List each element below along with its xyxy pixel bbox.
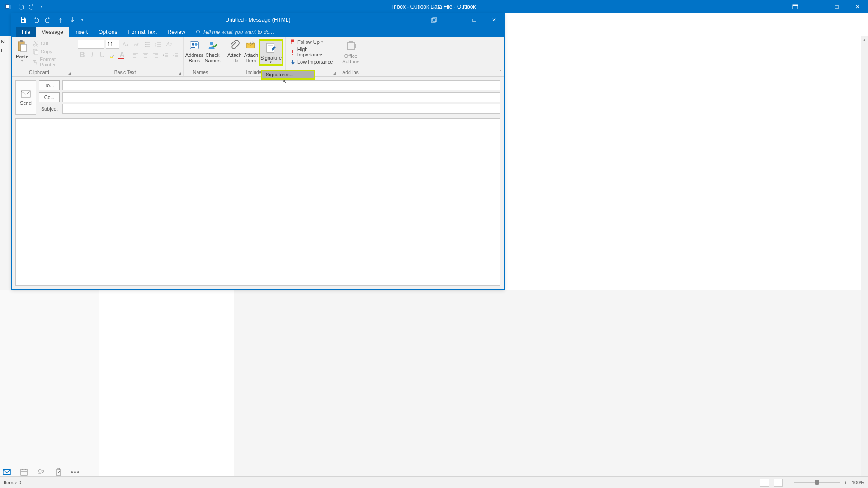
- nav-mail-icon[interactable]: [3, 468, 11, 476]
- redo-icon[interactable]: [45, 17, 52, 23]
- office-addins-button[interactable]: Office Add-ins: [340, 39, 362, 64]
- save-icon[interactable]: [20, 17, 26, 23]
- clipboard-launcher-icon[interactable]: ◢: [66, 70, 72, 76]
- font-size-input[interactable]: [106, 40, 119, 49]
- tab-options[interactable]: Options: [93, 27, 123, 37]
- format-painter-button: Format Painter: [31, 56, 71, 68]
- underline-button[interactable]: U: [98, 51, 107, 60]
- group-basic-text: A▴ A▾ 123 A◇ B I U A: [73, 37, 184, 76]
- bold-button[interactable]: B: [78, 51, 87, 60]
- format-painter-label: Format Painter: [40, 56, 69, 67]
- signature-button[interactable]: Signature ▾: [259, 39, 283, 66]
- nav-tasks-icon[interactable]: [54, 468, 62, 476]
- main-redo-icon[interactable]: [29, 4, 35, 10]
- address-book-button[interactable]: Address Book: [185, 39, 203, 63]
- align-right-icon[interactable]: [151, 51, 160, 60]
- copy-button: Copy: [31, 48, 71, 55]
- send-button[interactable]: Send: [15, 80, 36, 115]
- view-normal-button[interactable]: [760, 479, 769, 487]
- subject-label: Subject: [39, 106, 60, 112]
- outlook-titlebar: ▾ Inbox - Outlook Data File - Outlook — …: [0, 0, 868, 13]
- grow-font-icon[interactable]: A▴: [121, 40, 130, 49]
- check-names-label: Check Names: [205, 52, 221, 63]
- compose-titlebar: ▾ Untitled - Message (HTML) — □ ✕: [12, 14, 504, 26]
- main-undo-icon[interactable]: [17, 4, 24, 10]
- compose-close-button[interactable]: ✕: [484, 14, 504, 26]
- tab-file[interactable]: File: [16, 27, 36, 37]
- cut-label: Cut: [41, 41, 48, 46]
- office-addins-label: Office Add-ins: [342, 53, 359, 64]
- highlight-icon[interactable]: [108, 51, 117, 60]
- svg-point-70: [292, 54, 293, 55]
- svg-line-26: [34, 41, 37, 44]
- main-scrollbar[interactable]: ▴: [861, 36, 868, 476]
- tab-review[interactable]: Review: [162, 27, 191, 37]
- check-names-button[interactable]: Check Names: [203, 39, 222, 63]
- svg-point-24: [36, 44, 38, 46]
- collapse-ribbon-icon[interactable]: ˆ: [500, 70, 501, 75]
- zoom-slider[interactable]: [794, 482, 840, 483]
- paste-button[interactable]: Paste ▾: [14, 39, 31, 63]
- bullets-icon[interactable]: [143, 40, 152, 49]
- to-button[interactable]: To...: [39, 80, 60, 90]
- nav-more-icon[interactable]: •••: [71, 468, 80, 476]
- popout-icon[interactable]: [427, 14, 441, 26]
- svg-rect-15: [22, 20, 24, 22]
- svg-point-63: [195, 43, 198, 46]
- high-importance-label: High Importance: [297, 47, 333, 57]
- tab-format-text[interactable]: Format Text: [123, 27, 162, 37]
- subject-input[interactable]: [62, 104, 500, 114]
- copy-label: Copy: [41, 49, 52, 54]
- mouse-cursor-icon: ↖: [283, 79, 287, 84]
- svg-rect-73: [349, 41, 353, 43]
- message-body[interactable]: [15, 118, 500, 286]
- attach-file-button[interactable]: Attach File: [226, 39, 243, 63]
- tab-insert[interactable]: Insert: [69, 27, 93, 37]
- qat-customize-icon[interactable]: ▾: [81, 18, 83, 22]
- nav-calendar-icon[interactable]: [20, 468, 28, 476]
- tags-launcher-icon[interactable]: ◢: [331, 70, 337, 76]
- attach-item-button[interactable]: Attach Item: [243, 39, 259, 63]
- svg-rect-42: [110, 57, 113, 58]
- svg-rect-14: [22, 17, 24, 19]
- cc-button[interactable]: Cc...: [39, 92, 60, 102]
- prev-item-icon[interactable]: [58, 17, 63, 23]
- increase-indent-icon[interactable]: [171, 51, 180, 60]
- numbering-icon[interactable]: 123: [154, 40, 163, 49]
- shrink-font-icon[interactable]: A▾: [132, 40, 141, 49]
- svg-point-32: [145, 44, 146, 45]
- view-reading-button[interactable]: [774, 479, 783, 487]
- font-name-input[interactable]: [78, 40, 104, 49]
- main-minimize-button[interactable]: —: [806, 0, 826, 13]
- group-addins: Office Add-ins Add-ins: [338, 37, 363, 76]
- tell-me-search[interactable]: Tell me what you want to do...: [191, 27, 278, 37]
- font-color-icon[interactable]: A: [118, 51, 127, 60]
- low-importance-button[interactable]: Low Importance: [289, 59, 334, 65]
- message-header-fields: Send To... Cc... Subject: [12, 77, 504, 118]
- compose-maximize-button[interactable]: □: [464, 14, 484, 26]
- compose-minimize-button[interactable]: —: [444, 14, 464, 26]
- to-input[interactable]: [62, 80, 500, 90]
- signatures-menu-item[interactable]: Signatures...: [261, 70, 315, 80]
- scroll-up-icon[interactable]: ▴: [861, 36, 868, 43]
- basic-text-launcher-icon[interactable]: ◢: [177, 70, 182, 76]
- clear-formatting-icon[interactable]: A◇: [165, 40, 174, 49]
- cc-input[interactable]: [62, 92, 500, 102]
- align-left-icon[interactable]: [131, 51, 140, 60]
- italic-button[interactable]: I: [88, 51, 97, 60]
- tab-message[interactable]: Message: [36, 27, 69, 37]
- decrease-indent-icon[interactable]: [161, 51, 170, 60]
- lightbulb-icon: [195, 29, 201, 35]
- main-qat-customize-icon[interactable]: ▾: [41, 5, 42, 9]
- next-item-icon[interactable]: [70, 17, 75, 23]
- align-center-icon[interactable]: [141, 51, 150, 60]
- zoom-out-button[interactable]: −: [787, 480, 790, 485]
- main-close-button[interactable]: ✕: [847, 0, 868, 13]
- undo-icon[interactable]: [33, 17, 39, 23]
- zoom-in-button[interactable]: +: [844, 480, 847, 485]
- high-importance-button[interactable]: High Importance: [289, 46, 334, 58]
- main-maximize-button[interactable]: □: [826, 0, 847, 13]
- main-ribbon-display-icon[interactable]: [785, 0, 806, 13]
- follow-up-button[interactable]: Follow Up ▾: [289, 39, 324, 45]
- nav-people-icon[interactable]: [37, 468, 45, 476]
